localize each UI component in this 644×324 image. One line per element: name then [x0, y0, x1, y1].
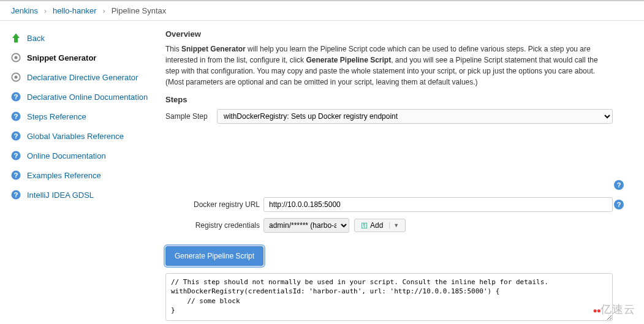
svg-text:?: ?	[13, 132, 18, 140]
sidebar-item-label: Declarative Online Documentation	[27, 92, 148, 102]
breadcrumb-project[interactable]: hello-hanker	[53, 6, 97, 15]
help-icon[interactable]: ?	[614, 180, 624, 190]
pipeline-script-output[interactable]: // This step should not normally be used…	[165, 273, 613, 321]
registry-cred-select[interactable]: admin/****** (harbo-auth)	[263, 218, 349, 233]
sample-step-select[interactable]: withDockerRegistry: Sets up Docker regis…	[217, 109, 613, 124]
sidebar-item-label: Declarative Directive Generator	[27, 73, 138, 82]
sample-step-label: Sample Step	[165, 112, 214, 121]
overview-text: This Snippet Generator will help you lea…	[165, 43, 613, 88]
svg-text:?: ?	[13, 112, 18, 120]
sidebar-item-label: Steps Reference	[27, 112, 86, 121]
sidebar-item-label: IntelliJ IDEA GDSL	[27, 190, 94, 200]
sidebar-item-global-vars-ref[interactable]: ? Global Variables Reference	[5, 126, 154, 146]
steps-title: Steps	[165, 95, 613, 104]
generate-pipeline-script-button[interactable]: Generate Pipeline Script	[165, 246, 263, 266]
sidebar-item-label: Snippet Generator	[27, 53, 96, 62]
help-icon: ?	[10, 110, 22, 122]
help-icon: ?	[10, 149, 22, 162]
sidebar-item-label: Examples Reference	[27, 171, 101, 180]
sidebar-item-label: Global Variables Reference	[27, 132, 124, 141]
breadcrumb: Jenkins › hello-hanker › Pipeline Syntax	[0, 0, 644, 21]
gear-icon	[10, 51, 22, 64]
sidebar-item-back[interactable]: Back	[5, 28, 154, 48]
back-arrow-icon	[10, 32, 22, 44]
sidebar-item-label: Online Documentation	[27, 151, 106, 160]
sidebar-item-steps-reference[interactable]: ? Steps Reference	[5, 107, 154, 126]
sidebar-item-online-docs[interactable]: ? Online Documentation	[5, 146, 154, 165]
help-icon[interactable]: ?	[614, 200, 624, 209]
sidebar-item-examples-ref[interactable]: ? Examples Reference	[5, 165, 154, 185]
breadcrumb-current: Pipeline Syntax	[112, 6, 167, 15]
chevron-right-icon: ›	[42, 7, 49, 15]
sidebar-item-declarative-docs[interactable]: ? Declarative Online Documentation	[5, 87, 154, 107]
chevron-down-icon: ▼	[389, 222, 399, 228]
sidebar: Back Snippet Generator Declarative Direc…	[0, 21, 159, 324]
svg-point-3	[15, 76, 18, 79]
docker-url-input[interactable]	[263, 197, 613, 212]
watermark: ●●亿速云	[593, 302, 636, 317]
registry-cred-label: Registry credentials	[165, 221, 263, 230]
svg-text:?: ?	[13, 171, 18, 179]
chevron-right-icon: ›	[100, 7, 108, 15]
svg-text:?: ?	[13, 151, 18, 159]
help-icon: ?	[10, 189, 22, 201]
svg-point-1	[15, 56, 18, 59]
help-icon: ?	[10, 91, 22, 103]
sidebar-item-intellij-gdsl[interactable]: ? IntelliJ IDEA GDSL	[5, 185, 154, 205]
main-content: Overview This Snippet Generator will hel…	[159, 21, 625, 324]
svg-text:?: ?	[13, 190, 18, 198]
sidebar-item-declarative-directive[interactable]: Declarative Directive Generator	[5, 67, 154, 87]
help-icon: ?	[10, 169, 22, 181]
add-credentials-button[interactable]: ⚿ Add ▼	[354, 219, 406, 232]
svg-text:?: ?	[13, 92, 18, 100]
key-icon: ⚿	[361, 222, 368, 229]
help-icon: ?	[10, 130, 22, 142]
breadcrumb-jenkins[interactable]: Jenkins	[11, 6, 38, 15]
gear-icon	[10, 71, 22, 83]
sidebar-item-label: Back	[27, 34, 45, 43]
overview-title: Overview	[165, 29, 613, 39]
sidebar-item-snippet-generator[interactable]: Snippet Generator	[5, 48, 154, 67]
docker-url-label: Docker registry URL	[165, 200, 263, 209]
